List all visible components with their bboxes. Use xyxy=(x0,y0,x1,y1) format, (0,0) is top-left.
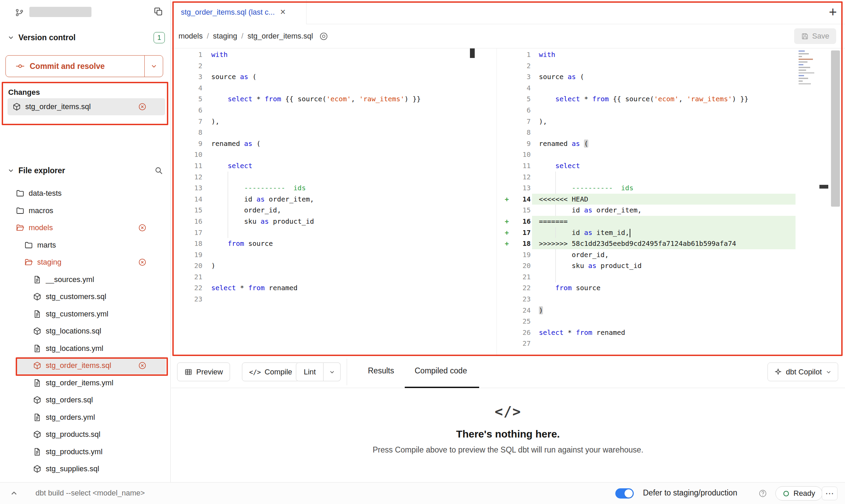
code-line[interactable]: +16======= xyxy=(499,216,796,227)
compile-button[interactable]: </> Compile xyxy=(242,362,299,381)
tree-item-__sources.yml[interactable]: __sources.yml xyxy=(0,271,171,288)
code-line[interactable]: 9renamed as ( xyxy=(171,138,475,149)
lineage-icon[interactable] xyxy=(319,32,328,41)
code-line[interactable]: 7), xyxy=(499,116,796,127)
code-line[interactable]: 12 xyxy=(499,172,796,183)
code-line[interactable]: 13 ---------- ids xyxy=(171,182,475,194)
tree-item-stg_products.sql[interactable]: stg_products.sql xyxy=(0,426,171,443)
code-line[interactable]: 2 xyxy=(171,60,475,72)
breadcrumb-file[interactable]: stg_order_items.sql xyxy=(247,32,313,41)
code-line[interactable]: 17 xyxy=(171,227,475,238)
code-line[interactable]: 3source as ( xyxy=(171,71,475,83)
code-line[interactable]: 20) xyxy=(171,260,475,271)
tree-item-data-tests[interactable]: data-tests xyxy=(0,185,171,202)
editor-left-pane[interactable]: 1with23source as (45 select * from {{ so… xyxy=(171,49,475,305)
editor-right-pane[interactable]: 1with23source as (45 select * from {{ so… xyxy=(499,49,796,349)
tab-compiled-code[interactable]: Compiled code xyxy=(415,366,467,375)
ide-status-pill[interactable]: Ready xyxy=(775,486,822,501)
tree-item-staging[interactable]: staging xyxy=(0,254,171,271)
tree-item-macros[interactable]: macros xyxy=(0,202,171,220)
changed-file-row[interactable]: stg_order_items.sql xyxy=(8,98,165,115)
code-line[interactable]: 21 xyxy=(499,271,796,283)
code-line[interactable]: 5 select * from {{ source('ecom', 'raw_i… xyxy=(171,93,475,105)
dbt-command-input[interactable]: dbt build --select <model_name> xyxy=(35,489,145,498)
code-line[interactable]: 6 xyxy=(499,105,796,116)
tree-item-stg_supplies.sql[interactable]: stg_supplies.sql xyxy=(0,460,171,478)
modified-circle-x-icon[interactable] xyxy=(138,223,147,232)
tab-results[interactable]: Results xyxy=(368,366,394,375)
expand-panel-caret-icon[interactable] xyxy=(10,489,18,498)
code-line[interactable]: +18>>>>>>> 58c1dd23d5eebd9cd2495fa7124ab… xyxy=(499,238,796,249)
tree-item-marts[interactable]: marts xyxy=(0,237,171,254)
tree-item-stg_order_items.sql[interactable]: stg_order_items.sql xyxy=(16,357,166,374)
tree-item-stg_customers.sql[interactable]: stg_customers.sql xyxy=(0,288,171,306)
tree-item-stg_customers.yml[interactable]: stg_customers.yml xyxy=(0,306,171,323)
code-line[interactable]: 20 sku as product_id xyxy=(499,260,796,271)
tree-item-stg_orders.sql[interactable]: stg_orders.sql xyxy=(0,391,171,409)
code-line[interactable]: +17 id as item_id, xyxy=(499,227,796,238)
code-line[interactable]: 4 xyxy=(499,83,796,94)
code-line[interactable]: 27 xyxy=(499,338,796,349)
tree-item-stg_orders.yml[interactable]: stg_orders.yml xyxy=(0,409,171,426)
code-line[interactable]: 11 select xyxy=(499,160,796,172)
code-line[interactable]: 10 xyxy=(499,149,796,160)
lint-options-caret[interactable] xyxy=(324,362,341,381)
code-line[interactable]: 5 select * from {{ source('ecom', 'raw_i… xyxy=(499,93,796,105)
code-line[interactable]: 22 from source xyxy=(499,282,796,294)
code-line[interactable]: 8 xyxy=(499,127,796,138)
code-line[interactable]: 19 xyxy=(171,249,475,261)
code-line[interactable]: 16 sku as product_id xyxy=(171,216,475,227)
help-question-icon[interactable] xyxy=(758,489,767,498)
close-icon[interactable]: × xyxy=(280,8,286,17)
code-line[interactable]: 24) xyxy=(499,305,796,316)
code-line[interactable]: 12 xyxy=(171,172,475,183)
modified-circle-x-icon[interactable] xyxy=(138,102,147,111)
code-line[interactable]: 19 order_id, xyxy=(499,249,796,261)
code-line[interactable]: 25 xyxy=(499,316,796,327)
file-explorer-section-header[interactable]: File explorer xyxy=(0,164,171,177)
modified-circle-x-icon[interactable] xyxy=(138,258,147,267)
copy-icon[interactable] xyxy=(154,7,163,16)
commit-options-caret[interactable] xyxy=(144,56,163,77)
git-branch-icon[interactable] xyxy=(15,8,24,17)
code-line[interactable]: 23 xyxy=(499,294,796,305)
code-line[interactable]: 7), xyxy=(171,116,475,127)
commit-and-resolve-button[interactable]: Commit and resolve xyxy=(5,55,163,77)
code-line[interactable]: 23 xyxy=(171,294,475,305)
dbt-copilot-button[interactable]: dbt Copilot xyxy=(768,362,838,381)
search-icon[interactable] xyxy=(154,166,163,175)
tree-item-stg_locations.sql[interactable]: stg_locations.sql xyxy=(0,323,171,340)
breadcrumb-staging[interactable]: staging xyxy=(213,32,237,41)
code-line[interactable]: 21 xyxy=(171,271,475,283)
code-line[interactable]: 9renamed as ( xyxy=(499,138,796,149)
breadcrumb-models[interactable]: models xyxy=(178,32,203,41)
code-line[interactable]: 10 xyxy=(171,149,475,160)
tree-item-models[interactable]: models xyxy=(0,219,171,237)
code-line[interactable]: 15 id as order_item, xyxy=(499,205,796,216)
editor-tab[interactable]: stg_order_items.sql (last c... × xyxy=(173,0,306,24)
code-line[interactable]: 8 xyxy=(171,127,475,138)
tree-item-stg_locations.yml[interactable]: stg_locations.yml xyxy=(0,340,171,357)
editor-scrollbar-thumb[interactable] xyxy=(831,50,840,207)
modified-circle-x-icon[interactable] xyxy=(138,361,147,370)
lint-button[interactable]: Lint xyxy=(296,362,324,381)
code-line[interactable]: 11 select xyxy=(171,160,475,172)
new-tab-plus-icon[interactable]: + xyxy=(829,5,837,19)
code-line[interactable]: +14<<<<<<< HEAD xyxy=(499,194,796,205)
tree-item-stg_order_items.yml[interactable]: stg_order_items.yml xyxy=(0,374,171,392)
code-line[interactable]: 1with xyxy=(171,49,475,60)
code-line[interactable]: 22select * from renamed xyxy=(171,282,475,294)
left-pane-scrollbar-thumb[interactable] xyxy=(470,48,475,58)
tree-item-stg_products.yml[interactable]: stg_products.yml xyxy=(0,443,171,461)
preview-button[interactable]: Preview xyxy=(177,362,230,381)
save-button[interactable]: Save xyxy=(794,28,836,44)
code-line[interactable]: 18 from source xyxy=(171,238,475,249)
code-line[interactable]: 15 order_id, xyxy=(171,205,475,216)
version-control-section-header[interactable]: Version control xyxy=(0,31,171,44)
defer-toggle[interactable] xyxy=(615,488,634,499)
code-line[interactable]: 4 xyxy=(171,83,475,94)
code-line[interactable]: 13 ---------- ids xyxy=(499,182,796,194)
code-line[interactable]: 1with xyxy=(499,49,796,60)
code-line[interactable]: 3source as ( xyxy=(499,71,796,83)
more-options-icon[interactable]: ⋯ xyxy=(822,487,837,500)
